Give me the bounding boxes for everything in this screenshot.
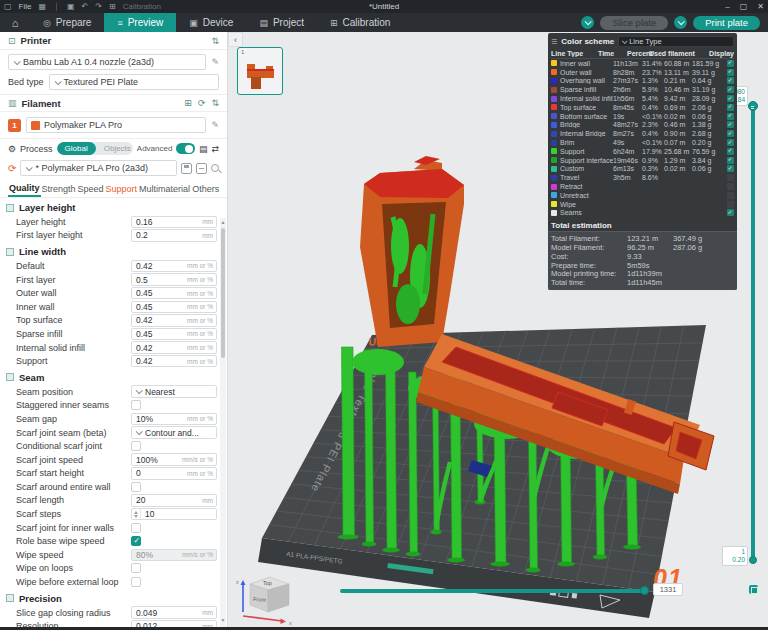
main-tab[interactable]: ▤ Project	[246, 13, 317, 32]
navigation-cube[interactable]: Top Front z x	[234, 572, 298, 627]
main-tab[interactable]: ⊞ Calibration	[317, 13, 403, 32]
bed-type-select[interactable]: Textured PEI Plate	[49, 74, 219, 90]
file-icon[interactable]: ▢	[4, 2, 12, 11]
filament-settings-icon[interactable]: ⇅	[211, 98, 219, 108]
preset-history-icon[interactable]: ⟳	[8, 163, 16, 174]
printer-edit-icon[interactable]: ✎	[211, 57, 219, 67]
home-icon[interactable]: ⌂	[0, 13, 30, 32]
scrollbar-thumb[interactable]	[221, 228, 225, 358]
setting-select[interactable]: Nearest	[131, 385, 217, 398]
setting-input[interactable]: 0.42mm or %	[131, 260, 217, 273]
close-button[interactable]: ✕	[757, 2, 764, 11]
display-checkbox[interactable]	[727, 121, 734, 128]
settings-scrollbar[interactable]: ▲ ▼	[220, 218, 226, 627]
setting-input[interactable]: 0.049mm	[131, 606, 217, 619]
display-checkbox[interactable]	[727, 104, 734, 111]
process-scope-toggle[interactable]: Global Objects	[57, 142, 133, 155]
process-tab[interactable]: Support	[105, 182, 139, 196]
setting-checkbox[interactable]	[131, 441, 141, 451]
setting-checkbox[interactable]	[131, 482, 141, 492]
setting-input[interactable]: 20mm	[131, 494, 217, 507]
save-icon[interactable]: ▣	[67, 2, 75, 11]
display-checkbox[interactable]	[727, 139, 734, 146]
scroll-down-icon[interactable]: ▼	[220, 617, 226, 623]
process-list-icon[interactable]: ▤	[199, 144, 208, 154]
process-sync-icon[interactable]: ⇄	[211, 144, 219, 154]
display-checkbox[interactable]	[727, 86, 734, 93]
display-checkbox[interactable]	[727, 201, 734, 208]
undo-icon[interactable]: ↶	[82, 2, 89, 11]
setting-input[interactable]: 80%mm/s or %	[131, 549, 217, 562]
setting-input[interactable]: 0.5mm or %	[131, 273, 217, 286]
section-header-precision[interactable]: Precision	[0, 591, 227, 606]
main-tab[interactable]: ▣ Device	[176, 13, 246, 32]
print-options-chevron-icon[interactable]	[674, 16, 687, 29]
process-tab[interactable]: Multimaterial	[138, 182, 191, 196]
scope-global[interactable]: Global	[57, 142, 96, 155]
display-checkbox[interactable]	[727, 77, 734, 84]
slider-mode-icon[interactable]	[749, 585, 758, 594]
setting-input[interactable]: 0.42mm or %	[131, 341, 217, 354]
filament-select[interactable]: Polymaker PLA Pro	[26, 117, 206, 133]
layer-slider-top-handle[interactable]	[748, 101, 758, 111]
process-tab[interactable]: Strength	[41, 182, 77, 196]
display-checkbox[interactable]	[727, 130, 734, 137]
layer-slider-bottom-handle[interactable]	[749, 556, 757, 564]
setting-checkbox[interactable]	[131, 563, 141, 573]
delete-preset-icon[interactable]	[196, 163, 207, 174]
cube-front-label[interactable]: Front	[253, 596, 267, 603]
section-header-line-width[interactable]: Line width	[0, 244, 227, 259]
setting-input[interactable]: 0.16mm	[131, 216, 217, 229]
display-checkbox[interactable]	[727, 95, 734, 102]
maximize-button[interactable]: ▢	[740, 2, 748, 11]
setting-input[interactable]: 10%mm or %	[131, 413, 217, 426]
print-plate-button[interactable]: Print plate	[693, 16, 760, 30]
setting-select[interactable]: Contour and...	[131, 426, 217, 439]
display-checkbox[interactable]	[727, 165, 734, 172]
cube-top-label[interactable]: Top	[263, 580, 272, 586]
slice-plate-button[interactable]: Slice plate	[600, 16, 668, 30]
setting-input[interactable]: 0.42mm or %	[131, 355, 217, 368]
display-checkbox[interactable]	[727, 157, 734, 164]
slice-options-chevron-icon[interactable]	[581, 16, 594, 29]
workspace-icon[interactable]: ▦	[38, 2, 46, 11]
setting-spinner[interactable]: 10	[131, 508, 217, 521]
process-tab[interactable]: Quality	[8, 181, 41, 197]
process-preset-select[interactable]: * Polymaker PLA Pro (2a3d)	[20, 160, 177, 176]
setting-checkbox[interactable]	[131, 577, 141, 587]
sync-filament-icon[interactable]: ⟳	[198, 98, 206, 108]
setting-checkbox[interactable]	[131, 400, 141, 410]
legend-collapse-icon[interactable]: ☰	[551, 38, 557, 46]
section-header-layer-height[interactable]: Layer height	[0, 200, 227, 215]
printer-select[interactable]: Bambu Lab A1 0.4 nozzle (2a3d)	[8, 54, 206, 70]
search-preset-icon[interactable]	[211, 164, 219, 172]
step-slider-handle[interactable]	[640, 586, 649, 595]
setting-input[interactable]: 100%mm/s or %	[131, 453, 217, 466]
calibration-menu[interactable]: Calibration	[123, 2, 161, 11]
color-scheme-select[interactable]: Line Type	[618, 36, 734, 47]
scroll-up-icon[interactable]: ▲	[220, 219, 226, 225]
advanced-toggle[interactable]	[176, 143, 195, 154]
minimize-button[interactable]: –	[725, 2, 729, 11]
display-checkbox[interactable]	[727, 113, 734, 120]
section-header-seam[interactable]: Seam	[0, 370, 227, 385]
setting-checkbox[interactable]	[131, 536, 141, 546]
setting-checkbox[interactable]	[131, 523, 141, 533]
display-checkbox[interactable]	[727, 148, 734, 155]
scope-objects[interactable]: Objects	[96, 142, 133, 155]
filament-edit-icon[interactable]: ✎	[211, 120, 219, 130]
file-menu[interactable]: File	[19, 2, 32, 11]
display-checkbox[interactable]	[727, 209, 734, 216]
add-filament-icon[interactable]: ⊞	[184, 98, 192, 108]
filament-slot-badge[interactable]: 1	[8, 119, 21, 132]
main-tab[interactable]: ◎ Prepare	[30, 13, 104, 32]
printer-settings-icon[interactable]: ⇅	[211, 36, 219, 46]
process-tab[interactable]: Speed	[77, 182, 105, 196]
display-checkbox[interactable]	[727, 192, 734, 199]
process-tab[interactable]: Others	[191, 182, 220, 196]
collapse-panel-icon[interactable]: ‹	[228, 32, 243, 47]
main-tab[interactable]: ≡ Preview	[104, 13, 176, 32]
plate-thumbnail[interactable]: 1	[237, 47, 283, 95]
setting-input[interactable]: 0.45mm or %	[131, 328, 217, 341]
setting-input[interactable]: 0.45mm or %	[131, 287, 217, 300]
